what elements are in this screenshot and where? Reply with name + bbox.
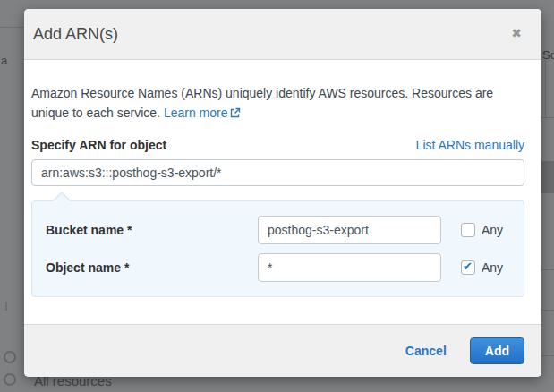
bucket-name-label: Bucket name *	[46, 223, 258, 237]
modal-title: Add ARN(s)	[33, 25, 118, 44]
bucket-any-group[interactable]: Any	[461, 223, 503, 237]
close-icon[interactable]: ✖	[511, 27, 522, 39]
backdrop-row-divider	[541, 355, 554, 356]
bucket-any-checkbox[interactable]	[461, 223, 475, 237]
object-name-label: Object name *	[46, 260, 258, 275]
backdrop-mark	[5, 302, 7, 311]
arn-builder-panel: Bucket name * Any Object name * Any	[31, 200, 524, 297]
object-name-row: Object name * Any	[46, 253, 510, 282]
arn-builder-callout: Bucket name * Any Object name * Any	[31, 200, 524, 297]
backdrop-radio-button	[4, 373, 16, 386]
bucket-name-input[interactable]	[258, 216, 441, 244]
list-arns-manually-link[interactable]: List ARNs manually	[416, 138, 524, 152]
object-any-group[interactable]: Any	[461, 260, 503, 275]
add-arn-modal: Add ARN(s) ✖ Amazon Resource Names (ARNs…	[24, 9, 541, 377]
modal-body: Amazon Resource Names (ARNs) uniquely id…	[24, 83, 541, 297]
modal-header: Add ARN(s) ✖	[24, 9, 541, 60]
cancel-button[interactable]: Cancel	[405, 344, 447, 358]
backdrop-row-divider	[541, 117, 554, 118]
specify-arn-row: Specify ARN for object List ARNs manuall…	[31, 138, 524, 152]
backdrop-radio-button	[4, 351, 16, 363]
arn-description: Amazon Resource Names (ARNs) uniquely id…	[31, 83, 519, 124]
learn-more-label: Learn more	[164, 106, 228, 120]
callout-arrow	[53, 193, 71, 202]
backdrop-row-divider	[541, 310, 554, 311]
backdrop-row-divider	[541, 269, 554, 270]
backdrop-partial-text-right: So	[542, 48, 554, 62]
learn-more-link[interactable]: Learn more	[164, 106, 242, 120]
backdrop-selected-row	[541, 161, 554, 193]
external-link-icon	[230, 104, 241, 124]
add-button[interactable]: Add	[470, 337, 524, 364]
bucket-any-label: Any	[482, 223, 503, 237]
backdrop-table-border	[545, 60, 546, 117]
object-any-label: Any	[482, 260, 503, 275]
arn-input[interactable]	[31, 159, 524, 186]
object-name-input[interactable]	[258, 253, 441, 282]
object-any-checkbox[interactable]	[461, 260, 475, 275]
bucket-name-row: Bucket name * Any	[46, 216, 510, 244]
backdrop-divider	[0, 27, 24, 28]
modal-footer: Cancel Add	[24, 324, 541, 377]
backdrop-partial-text-left: a	[1, 54, 7, 67]
specify-arn-label: Specify ARN for object	[31, 138, 166, 152]
arn-description-text: Amazon Resource Names (ARNs) uniquely id…	[31, 86, 493, 120]
